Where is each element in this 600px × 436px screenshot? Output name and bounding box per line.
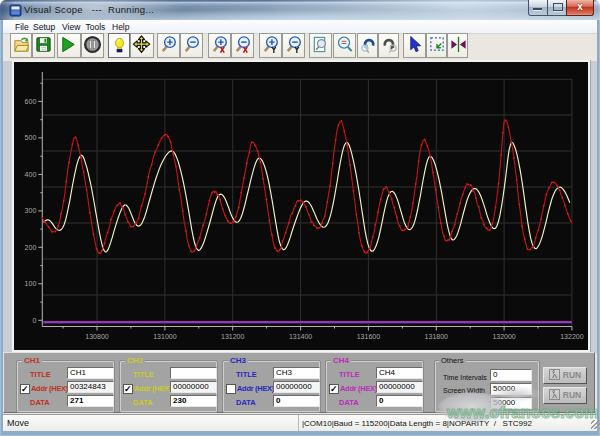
svg-text:132200: 132200 xyxy=(560,333,583,340)
svg-text:400: 400 xyxy=(25,171,37,178)
svg-text:131800: 131800 xyxy=(425,333,448,340)
svg-text:131200: 131200 xyxy=(221,333,244,340)
svg-text:100: 100 xyxy=(25,280,37,287)
svg-text:200: 200 xyxy=(25,244,37,251)
svg-text:0: 0 xyxy=(32,317,36,324)
svg-text:600: 600 xyxy=(25,98,37,105)
svg-text:500: 500 xyxy=(25,134,37,141)
svg-text:131400: 131400 xyxy=(289,333,312,340)
svg-text:131600: 131600 xyxy=(357,333,380,340)
svg-text:300: 300 xyxy=(25,207,37,214)
svg-text:130800: 130800 xyxy=(85,333,108,340)
svg-text:132000: 132000 xyxy=(492,333,515,340)
svg-text:131000: 131000 xyxy=(153,333,176,340)
